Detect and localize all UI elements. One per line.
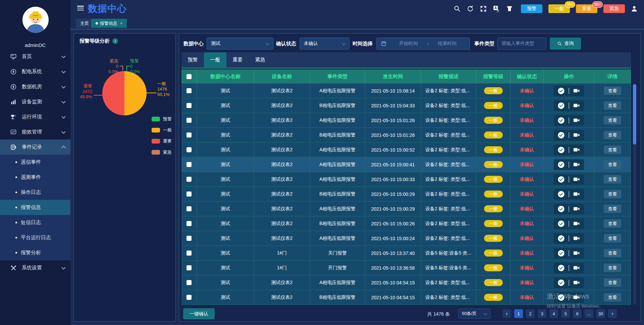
confirm-check-icon[interactable] bbox=[557, 264, 565, 272]
scrollbar-thumb[interactable] bbox=[633, 84, 636, 145]
sidebar-subitem-遥测事件[interactable]: 遥测事件 bbox=[0, 170, 70, 185]
row-checkbox[interactable] bbox=[186, 103, 192, 108]
video-camera-icon[interactable] bbox=[573, 117, 580, 124]
sidebar-subitem-短信日志[interactable]: 短信日志 bbox=[0, 215, 70, 230]
video-camera-icon[interactable] bbox=[573, 102, 580, 109]
date-range-picker[interactable]: 开始时间 - 结束时间 bbox=[376, 38, 470, 50]
view-button[interactable]: 查看 bbox=[604, 131, 621, 139]
table-row[interactable]: 测试测试仪表2B相电压低限报警2021-05-10 15:01:26设备2 标签… bbox=[181, 128, 631, 143]
confirm-all-button[interactable]: 一键确认 bbox=[183, 308, 215, 319]
sidebar-item-事件记录[interactable]: 事件记录 bbox=[0, 140, 70, 155]
confirm-check-icon[interactable] bbox=[557, 87, 565, 95]
collapse-menu-icon[interactable] bbox=[77, 6, 84, 11]
sidebar-subitem-报警信息[interactable]: 报警信息 bbox=[0, 200, 70, 215]
table-row[interactable]: 测试测试仪表2B相电压低限报警2021-05-10 15:00:29设备2 标签… bbox=[181, 187, 631, 202]
row-checkbox[interactable] bbox=[186, 295, 192, 300]
row-checkbox[interactable] bbox=[186, 88, 192, 93]
view-button[interactable]: 查看 bbox=[604, 116, 621, 124]
view-button[interactable]: 查看 bbox=[604, 278, 621, 287]
video-camera-icon[interactable] bbox=[573, 279, 580, 286]
confirm-check-icon[interactable] bbox=[557, 191, 565, 198]
page-button-6[interactable]: 6 bbox=[573, 309, 582, 318]
page-button-5[interactable]: 5 bbox=[561, 309, 570, 318]
sidebar-item-数据机房[interactable]: 数据机房 bbox=[0, 79, 70, 94]
view-button[interactable]: 查看 bbox=[604, 293, 621, 302]
page-button-3[interactable]: 3 bbox=[538, 309, 546, 318]
alarm-level-pie-chart[interactable] bbox=[102, 71, 147, 115]
confirm-check-icon[interactable] bbox=[557, 131, 565, 139]
refresh-icon[interactable] bbox=[467, 5, 474, 12]
sidebar-subitem-遥信事件[interactable]: 遥信事件 bbox=[0, 155, 70, 170]
table-row[interactable]: 测试测试仪表2A相电压低限报警2021-05-10 15:00:52设备2 标签… bbox=[181, 143, 631, 157]
confirm-check-icon[interactable] bbox=[557, 250, 565, 257]
video-camera-icon[interactable] bbox=[573, 250, 580, 257]
sidebar-item-系统设置[interactable]: 系统设置 bbox=[0, 260, 70, 275]
datacenter-select[interactable]: 测试 bbox=[207, 38, 273, 50]
confirm-check-icon[interactable] bbox=[557, 102, 565, 109]
query-button[interactable]: 查询 bbox=[550, 38, 581, 50]
view-button[interactable]: 查看 bbox=[604, 160, 621, 169]
view-button[interactable]: 查看 bbox=[604, 190, 621, 198]
fullscreen-icon[interactable] bbox=[480, 5, 487, 12]
video-camera-icon[interactable] bbox=[573, 176, 580, 183]
view-button[interactable]: 查看 bbox=[604, 101, 621, 110]
legend-item-重要[interactable]: 重要 bbox=[152, 138, 172, 144]
next-page-button[interactable]: › bbox=[608, 309, 617, 318]
alarm-quick-button-重要[interactable]: 重要99+ bbox=[576, 4, 597, 13]
table-row[interactable]: 测试测试仪表2A相电压低限报警2021-05-10 15:08:14设备2 标签… bbox=[181, 84, 631, 98]
table-scrollbar[interactable] bbox=[633, 84, 636, 305]
page-size-select[interactable]: 50条/页 bbox=[458, 309, 490, 319]
table-row[interactable]: 测试测试仪表2A相电压低限报警2021-05-10 15:00:24设备2 标签… bbox=[181, 231, 631, 246]
table-row[interactable]: 测试测试仪表2A相电压低限报警2021-05-10 15:00:41设备2 标签… bbox=[181, 157, 631, 172]
legend-item-紧急[interactable]: 紧急 bbox=[152, 149, 172, 155]
legend-item-预警[interactable]: 预警 bbox=[152, 116, 172, 122]
prev-page-button[interactable]: ‹ bbox=[502, 309, 511, 318]
translate-icon[interactable]: A文 bbox=[493, 5, 500, 12]
view-button[interactable]: 查看 bbox=[604, 219, 621, 228]
confirm-check-icon[interactable] bbox=[557, 146, 565, 154]
theme-icon[interactable] bbox=[506, 5, 513, 12]
alarm-quick-button-预警[interactable]: 预警 bbox=[521, 4, 542, 13]
row-checkbox[interactable] bbox=[186, 162, 192, 167]
view-button[interactable]: 查看 bbox=[604, 234, 621, 242]
select-all-checkbox[interactable] bbox=[186, 74, 192, 79]
nav-tab-home[interactable]: 主页 bbox=[76, 19, 93, 28]
view-button[interactable]: 查看 bbox=[604, 87, 621, 95]
table-row[interactable]: 测试测试仪表2B相电压低限报警2021-05-10 15:04:33设备2 标签… bbox=[181, 98, 631, 113]
alarm-tab-紧急[interactable]: 紧急 bbox=[249, 52, 271, 67]
user-icon[interactable] bbox=[631, 5, 638, 12]
video-camera-icon[interactable] bbox=[573, 161, 580, 168]
row-checkbox[interactable] bbox=[186, 280, 192, 285]
page-button-4[interactable]: 4 bbox=[549, 309, 558, 318]
start-time-input[interactable]: 开始时间 bbox=[390, 41, 427, 47]
table-row[interactable]: 测试测试仪表2B相电压低限报警2021-05-10 15:00:26设备2 标签… bbox=[181, 216, 631, 231]
sidebar-subitem-操作日志[interactable]: 操作日志 bbox=[0, 185, 70, 200]
video-camera-icon[interactable] bbox=[573, 146, 580, 154]
row-checkbox[interactable] bbox=[186, 118, 192, 123]
row-checkbox[interactable] bbox=[186, 177, 192, 182]
confirm-check-icon[interactable] bbox=[557, 235, 565, 242]
confirm-check-icon[interactable] bbox=[557, 176, 565, 183]
row-checkbox[interactable] bbox=[186, 251, 192, 256]
table-row[interactable]: 测试1#门关门报警2021-05-10 13:37:40设备5 标签:设备5 类… bbox=[181, 246, 631, 261]
table-row[interactable]: 测试1#门开门报警2021-05-10 13:36:58设备5 标签:设备5 类… bbox=[181, 261, 631, 275]
video-camera-icon[interactable] bbox=[573, 220, 580, 227]
view-button[interactable]: 查看 bbox=[604, 249, 621, 257]
alarm-tab-预警[interactable]: 预警 bbox=[181, 52, 204, 67]
video-camera-icon[interactable] bbox=[573, 131, 580, 139]
event-type-input[interactable]: 请输入事件类型 bbox=[497, 38, 546, 50]
sidebar-subitem-平台运行日志[interactable]: 平台运行日志 bbox=[0, 230, 70, 245]
row-checkbox[interactable] bbox=[186, 221, 192, 226]
video-camera-icon[interactable] bbox=[573, 264, 580, 272]
row-checkbox[interactable] bbox=[186, 236, 192, 241]
more-pages-button[interactable]: ... bbox=[585, 309, 593, 318]
table-row[interactable]: 测试测试仪表2B相电压低限报警2021-05-10 04:54:15设备2 标签… bbox=[181, 290, 631, 305]
user-avatar[interactable]: Acrel bbox=[22, 7, 49, 33]
row-checkbox[interactable] bbox=[186, 206, 192, 211]
table-row[interactable]: 测试测试仪表2A相电压低限报警2021-05-10 15:00:33设备2 标签… bbox=[181, 172, 631, 187]
confirm-check-icon[interactable] bbox=[557, 294, 565, 301]
confirm-check-icon[interactable] bbox=[557, 205, 565, 213]
video-camera-icon[interactable] bbox=[573, 205, 580, 213]
row-checkbox[interactable] bbox=[186, 132, 192, 138]
alarm-tab-重要[interactable]: 重要 bbox=[226, 52, 249, 67]
